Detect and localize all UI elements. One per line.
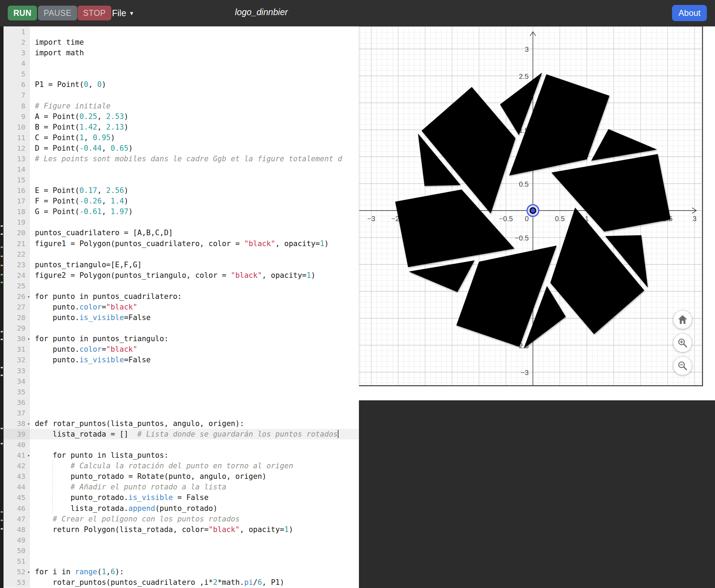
code-text — [30, 58, 359, 69]
code-line-9[interactable]: 9A = Point(0.25, 2.53) — [4, 111, 359, 122]
line-number: 45 — [4, 492, 30, 503]
code-line-48[interactable]: 48 return Polygon(lista_rotada, color="b… — [4, 524, 359, 535]
pause-button[interactable]: PAUSE — [38, 6, 77, 20]
code-text: punto.color="black" — [30, 344, 359, 355]
code-line-14[interactable]: 14 — [4, 164, 359, 175]
fold-toggle-icon[interactable]: ▾ — [27, 334, 30, 344]
code-line-47[interactable]: 47 # Crear el polígono con los puntos ro… — [4, 514, 359, 524]
code-line-21[interactable]: 21figure1 = Polygon(puntos_cuadrilatero,… — [4, 238, 359, 249]
code-text — [30, 323, 359, 333]
code-line-28[interactable]: 28 punto.is_visible=False — [4, 312, 359, 323]
code-line-23[interactable]: 23puntos_triangulo=[E,F,G] — [4, 259, 359, 270]
code-text: puntos_cuadrilatero = [A,B,C,D] — [30, 227, 359, 238]
code-text — [30, 217, 359, 227]
file-menu[interactable]: File ▼ — [112, 6, 134, 20]
line-number: 10 — [4, 122, 30, 132]
zoom-out-icon — [678, 361, 688, 371]
code-line-36[interactable]: 36 — [4, 397, 359, 408]
fold-toggle-icon[interactable]: ▾ — [27, 292, 30, 302]
stop-button[interactable]: STOP — [77, 6, 111, 20]
code-line-49[interactable]: 49 — [4, 535, 359, 545]
code-line-44[interactable]: 44 # Añadir el punto rotado a la lista — [4, 482, 359, 492]
line-number: 39 — [4, 429, 30, 439]
code-line-42[interactable]: 42 # Calcula la rotación del punto en to… — [4, 461, 359, 471]
zoom-in-button[interactable] — [673, 334, 692, 352]
zoom-out-button[interactable] — [673, 357, 692, 375]
code-line-20[interactable]: 20puntos_cuadrilatero = [A,B,C,D] — [4, 227, 359, 238]
point-P1[interactable] — [527, 205, 539, 217]
code-line-43[interactable]: 43 punto_rotado = Rotate(punto, angulo, … — [4, 471, 359, 482]
graphics-view[interactable]: −3−2.5−2−1.5−1−0.500.511.522.5332.521.51… — [359, 26, 703, 386]
code-line-33[interactable]: 33 — [4, 365, 359, 376]
code-line-27[interactable]: 27 punto.color="black" — [4, 302, 359, 312]
line-number: 7 — [4, 90, 30, 100]
code-line-7[interactable]: 7 — [4, 90, 359, 100]
code-text — [30, 26, 359, 37]
code-line-17[interactable]: 17F = Point(-0.26, 1.4) — [4, 196, 359, 206]
code-line-10[interactable]: 10B = Point(1.42, 2.13) — [4, 122, 359, 132]
code-line-19[interactable]: 19 — [4, 217, 359, 227]
code-line-34[interactable]: 34 — [4, 376, 359, 387]
home-button[interactable] — [673, 311, 692, 329]
code-line-38[interactable]: 38▾def rotar_puntos(lista_puntos, angulo… — [4, 418, 359, 429]
code-line-11[interactable]: 11C = Point(1, 0.95) — [4, 132, 359, 143]
code-line-53[interactable]: 53 rotar_puntos(puntos_cuadrilatero ,i*2… — [4, 577, 359, 588]
code-line-4[interactable]: 4 — [4, 58, 359, 69]
code-line-6[interactable]: 6P1 = Point(0, 0) — [4, 79, 359, 90]
line-number: 47 — [4, 514, 30, 524]
code-text — [30, 365, 359, 376]
code-line-26[interactable]: 26▾for punto in puntos_cuadrilatero: — [4, 291, 359, 302]
line-number: 27 — [4, 302, 30, 312]
about-button[interactable]: About — [672, 5, 707, 21]
line-number: 37 — [4, 408, 30, 418]
line-number: 1 — [4, 26, 30, 37]
code-line-8[interactable]: 8# Figure initiale — [4, 101, 359, 111]
code-line-25[interactable]: 25 — [4, 281, 359, 291]
code-line-39[interactable]: 39 lista_rotada = [] # Lista donde se gu… — [4, 429, 359, 439]
code-line-31[interactable]: 31 punto.color="black" — [4, 344, 359, 355]
code-line-5[interactable]: 5 — [4, 69, 359, 79]
code-line-3[interactable]: 3import math — [4, 48, 359, 58]
code-line-30[interactable]: 30▾for punto in puntos_triangulo: — [4, 333, 359, 344]
code-line-13[interactable]: 13# Les points sont mobiles dans le cadr… — [4, 154, 359, 164]
code-line-45[interactable]: 45 punto_rotado.is_visible = False — [4, 492, 359, 503]
code-line-24[interactable]: 24figure2 = Polygon(puntos_triangulo, co… — [4, 270, 359, 281]
code-text: rotar_puntos(puntos_cuadrilatero ,i*2*ma… — [30, 577, 359, 588]
code-text: puntos_triangulo=[E,F,G] — [30, 259, 359, 270]
line-number: 34 — [4, 376, 30, 387]
svg-text:−3: −3 — [367, 215, 375, 223]
fold-toggle-icon[interactable]: ▾ — [27, 450, 30, 461]
code-text — [30, 397, 359, 408]
code-line-18[interactable]: 18G = Point(-0.61, 1.97) — [4, 206, 359, 217]
line-number: 26▾ — [4, 291, 30, 302]
code-line-1[interactable]: 1 — [4, 26, 359, 37]
code-line-12[interactable]: 12D = Point(-0.44, 0.65) — [4, 143, 359, 154]
code-editor[interactable]: 12import time3import math456P1 = Point(0… — [4, 26, 359, 588]
line-number: 15 — [4, 175, 30, 185]
code-text — [30, 175, 359, 185]
code-line-2[interactable]: 2import time — [4, 37, 359, 48]
code-line-41[interactable]: 41▾ for punto in lista_puntos: — [4, 450, 359, 461]
code-line-32[interactable]: 32 punto.is_visible=False — [4, 355, 359, 365]
code-line-35[interactable]: 35 — [4, 387, 359, 397]
code-line-50[interactable]: 50 — [4, 545, 359, 556]
code-line-46[interactable]: 46 lista_rotada.append(punto_rotado) — [4, 503, 359, 514]
code-text: def rotar_puntos(lista_puntos, angulo, o… — [30, 418, 359, 429]
code-text: figure1 = Polygon(puntos_cuadrilatero, c… — [30, 238, 359, 249]
line-number: 20 — [4, 227, 30, 238]
code-line-29[interactable]: 29 — [4, 323, 359, 333]
code-line-51[interactable]: 51 — [4, 556, 359, 567]
svg-text:−0.5: −0.5 — [499, 215, 513, 223]
fold-toggle-icon[interactable]: ▾ — [27, 419, 30, 429]
code-line-37[interactable]: 37 — [4, 408, 359, 418]
code-line-40[interactable]: 40 — [4, 439, 359, 450]
line-number: 49 — [4, 535, 30, 545]
run-button[interactable]: RUN — [8, 6, 37, 20]
code-line-52[interactable]: 52▾for i in range(1,6): — [4, 567, 359, 577]
code-line-22[interactable]: 22 — [4, 249, 359, 259]
graph-canvas[interactable]: −3−2.5−2−1.5−1−0.500.511.522.5332.521.51… — [359, 27, 702, 385]
code-line-16[interactable]: 16E = Point(0.17, 2.56) — [4, 185, 359, 196]
app-window: { "toolbar": { "run_label": "RUN", "paus… — [0, 0, 715, 588]
fold-toggle-icon[interactable]: ▾ — [27, 567, 30, 577]
code-line-15[interactable]: 15 — [4, 175, 359, 185]
